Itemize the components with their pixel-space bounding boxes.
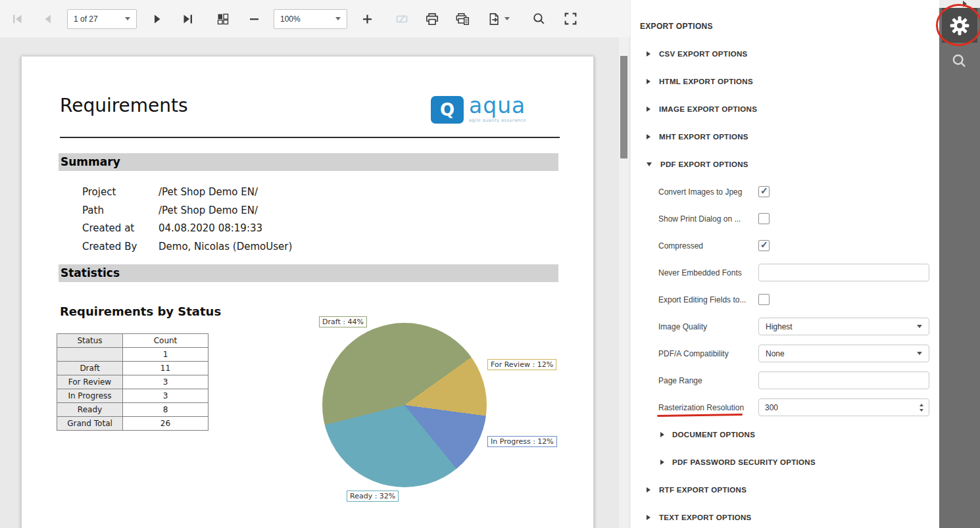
section-text-export-options[interactable]: TEXT EXPORT OPTIONS bbox=[631, 504, 939, 528]
table-header-row: Status Count bbox=[57, 334, 208, 348]
convert-images-to-jpeg-checkbox[interactable] bbox=[758, 186, 770, 197]
option-label: Rasterization Resolution bbox=[658, 403, 758, 412]
option-label: Compressed bbox=[658, 241, 758, 251]
status-count-table: Status Count 1 Draft11 For Review3 In Pr… bbox=[57, 333, 208, 431]
zoom-out-button[interactable] bbox=[243, 8, 266, 30]
option-page-range: Page Range bbox=[631, 367, 939, 394]
table-row: Grand Total26 bbox=[57, 417, 208, 431]
next-page-icon bbox=[150, 12, 164, 26]
section-csv-export-options[interactable]: CSV EXPORT OPTIONS bbox=[631, 40, 939, 68]
table-row: In Progress3 bbox=[57, 389, 208, 403]
section-mht-export-options[interactable]: MHT EXPORT OPTIONS bbox=[631, 123, 939, 151]
panel-sections: CSV EXPORT OPTIONS HTML EXPORT OPTIONS I… bbox=[631, 40, 939, 528]
section-label: TEXT EXPORT OPTIONS bbox=[659, 514, 752, 521]
option-convert-images-to-jpeg: Convert Images to Jpeg bbox=[631, 178, 939, 205]
chevron-right-icon bbox=[647, 515, 650, 520]
chevron-right-icon bbox=[647, 51, 650, 57]
report-viewer: 1 of 27 100% bbox=[0, 0, 980, 528]
previous-page-button[interactable] bbox=[37, 8, 59, 30]
compressed-checkbox[interactable] bbox=[758, 240, 770, 251]
print-page-button[interactable] bbox=[451, 8, 474, 30]
status-cell: Ready bbox=[57, 403, 123, 417]
count-cell: 3 bbox=[123, 389, 208, 403]
section-image-export-options[interactable]: IMAGE EXPORT OPTIONS bbox=[631, 95, 939, 123]
option-export-editing-fields: Export Editing Fields to... bbox=[631, 286, 939, 313]
aqua-logo-tagline: agile quality assurance bbox=[469, 118, 526, 123]
search-button[interactable] bbox=[527, 8, 550, 30]
report-page: Requirements Q aqua agile quality assura… bbox=[21, 56, 594, 528]
export-button[interactable] bbox=[483, 8, 513, 30]
dropdown-caret-icon bbox=[917, 325, 922, 328]
spin-down-icon[interactable] bbox=[919, 409, 923, 412]
option-label: Page Range bbox=[658, 376, 758, 385]
page-selector[interactable]: 1 of 27 bbox=[67, 9, 137, 29]
section-html-export-options[interactable]: HTML EXPORT OPTIONS bbox=[631, 68, 939, 95]
section-label: RTF EXPORT OPTIONS bbox=[659, 486, 747, 494]
pie-label-in-progress: In Progress : 12% bbox=[487, 436, 557, 447]
section-pdf-export-options[interactable]: PDF EXPORT OPTIONS bbox=[631, 151, 939, 178]
zoom-in-button[interactable] bbox=[356, 8, 379, 30]
chart-title: Requirements by Status bbox=[60, 304, 221, 318]
option-label: Never Embedded Fonts bbox=[658, 268, 758, 277]
pie-label-draft: Draft : 44% bbox=[319, 316, 367, 327]
summary-row-created-at: Created at 04.08.2020 08:19:33 bbox=[82, 220, 292, 238]
print-button[interactable] bbox=[421, 8, 443, 30]
next-page-button[interactable] bbox=[146, 8, 168, 30]
dropdown-caret-icon bbox=[917, 352, 922, 355]
summary-section-header: Summary bbox=[59, 153, 558, 171]
zoom-out-icon bbox=[247, 12, 262, 26]
fullscreen-button[interactable] bbox=[559, 8, 581, 30]
status-cell: For Review bbox=[57, 375, 123, 389]
subsection-pdf-password-security-options[interactable]: PDF PASSWORD SECURITY OPTIONS bbox=[631, 448, 939, 476]
option-label-text: Rasterization Resolution bbox=[658, 403, 744, 412]
zoom-selector[interactable]: 100% bbox=[274, 9, 347, 29]
report-title: Requirements bbox=[60, 95, 188, 116]
never-embedded-fonts-input[interactable] bbox=[758, 264, 929, 281]
statistics-section-header: Statistics bbox=[59, 264, 558, 282]
pdfa-compatibility-select[interactable]: None bbox=[758, 345, 929, 362]
rasterization-resolution-spinner bbox=[758, 398, 929, 416]
section-label: IMAGE EXPORT OPTIONS bbox=[659, 105, 757, 113]
first-page-button[interactable] bbox=[7, 8, 29, 30]
section-rtf-export-options[interactable]: RTF EXPORT OPTIONS bbox=[631, 476, 939, 504]
show-print-dialog-checkbox[interactable] bbox=[758, 213, 770, 224]
field-label: Project bbox=[82, 183, 159, 202]
panel-collapse-icon[interactable] bbox=[963, 1, 967, 7]
export-settings-button[interactable] bbox=[942, 8, 977, 43]
print-page-icon bbox=[454, 11, 470, 27]
option-compressed: Compressed bbox=[631, 232, 939, 259]
field-label: Path bbox=[82, 202, 159, 220]
dropdown-caret-icon bbox=[125, 17, 130, 20]
export-editing-fields-checkbox[interactable] bbox=[758, 294, 770, 305]
count-cell: 26 bbox=[123, 417, 208, 431]
count-cell: 1 bbox=[123, 348, 208, 362]
option-rasterization-resolution: Rasterization Resolution bbox=[631, 394, 939, 421]
option-label: Show Print Dialog on ... bbox=[658, 214, 758, 224]
section-label: CSV EXPORT OPTIONS bbox=[659, 50, 747, 58]
title-divider bbox=[60, 137, 560, 138]
page-range-input[interactable] bbox=[758, 372, 929, 389]
subsection-document-options[interactable]: DOCUMENT OPTIONS bbox=[631, 421, 939, 448]
field-value: /Pet Shop Demo EN/ bbox=[159, 183, 258, 202]
pie-chart bbox=[322, 323, 487, 487]
option-label: Export Editing Fields to... bbox=[658, 295, 758, 304]
scrollbar-thumb[interactable] bbox=[620, 56, 627, 158]
search-icon bbox=[531, 11, 547, 26]
image-quality-select[interactable]: Highest bbox=[758, 318, 929, 335]
document-scrollbar[interactable] bbox=[619, 37, 629, 528]
rasterization-resolution-input[interactable] bbox=[759, 403, 919, 412]
dropdown-caret-icon bbox=[504, 17, 510, 20]
fullscreen-icon bbox=[563, 11, 578, 26]
aqua-logo-text: aqua bbox=[469, 96, 526, 116]
table-row: Ready8 bbox=[57, 403, 208, 417]
status-cell: Draft bbox=[57, 362, 123, 375]
rail-search-button[interactable] bbox=[950, 52, 968, 72]
pie-label-ready: Ready : 32% bbox=[347, 491, 399, 502]
previous-page-icon bbox=[41, 12, 55, 26]
table-header-status: Status bbox=[57, 334, 123, 348]
spinner-buttons[interactable] bbox=[919, 404, 923, 412]
spin-up-icon[interactable] bbox=[919, 404, 923, 406]
chevron-right-icon bbox=[647, 79, 650, 84]
last-page-button[interactable] bbox=[176, 8, 199, 30]
multipage-view-button[interactable] bbox=[212, 8, 234, 30]
